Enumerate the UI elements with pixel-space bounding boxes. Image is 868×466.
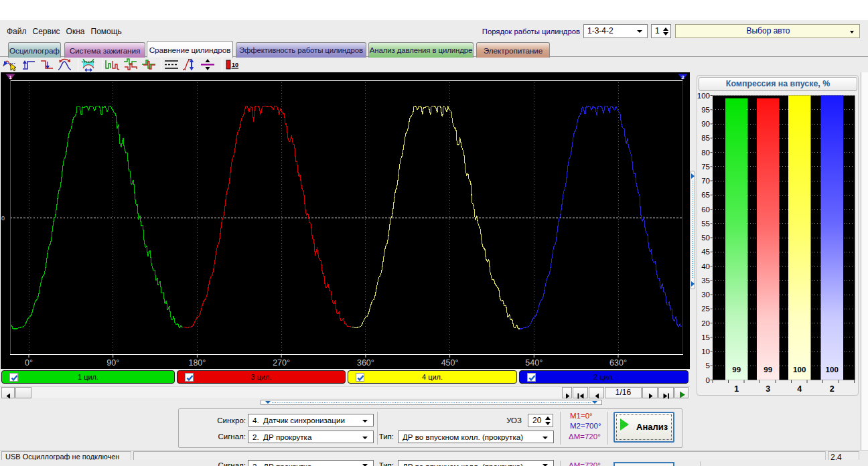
svg-text:450°: 450°: [441, 358, 459, 368]
svg-text:100: 100: [826, 366, 839, 374]
svg-text:90°: 90°: [106, 358, 119, 368]
svg-text:2: 2: [830, 384, 835, 394]
svg-text:35: 35: [701, 277, 710, 285]
svg-text:45: 45: [701, 248, 710, 256]
svg-text:360°: 360°: [357, 358, 374, 368]
svg-text:0: 0: [706, 376, 710, 384]
svg-text:3: 3: [766, 384, 770, 394]
svg-text:100: 100: [793, 366, 806, 374]
svg-text:100: 100: [697, 92, 710, 100]
svg-text:40: 40: [701, 262, 710, 270]
svg-text:80: 80: [701, 149, 710, 157]
svg-text:50: 50: [701, 234, 710, 242]
svg-text:10: 10: [701, 347, 710, 356]
svg-text:55: 55: [701, 220, 710, 228]
svg-text:20: 20: [701, 319, 710, 327]
svg-text:1: 1: [734, 384, 739, 394]
svg-text:0: 0: [1, 215, 5, 222]
svg-text:75: 75: [701, 163, 710, 171]
svg-text:25: 25: [701, 305, 710, 313]
svg-text:99: 99: [764, 366, 772, 374]
svg-text:180°: 180°: [188, 358, 206, 368]
svg-text:30: 30: [701, 291, 710, 299]
svg-text:65: 65: [701, 191, 710, 199]
svg-text:60: 60: [701, 206, 710, 214]
svg-text:630°: 630°: [609, 358, 627, 368]
svg-text:5: 5: [706, 362, 710, 370]
svg-text:99: 99: [732, 366, 741, 374]
svg-text:270°: 270°: [273, 358, 290, 368]
svg-text:70: 70: [701, 177, 710, 185]
svg-text:10: 10: [232, 62, 238, 68]
svg-text:2: 2: [681, 74, 684, 80]
svg-text:540°: 540°: [525, 358, 542, 368]
svg-text:4: 4: [797, 384, 802, 394]
svg-text:95: 95: [701, 106, 710, 114]
svg-text:85: 85: [701, 134, 710, 142]
svg-text:1: 1: [9, 74, 12, 80]
svg-text:15: 15: [701, 333, 710, 341]
svg-text:0°: 0°: [25, 358, 33, 368]
svg-text:90: 90: [701, 120, 710, 128]
